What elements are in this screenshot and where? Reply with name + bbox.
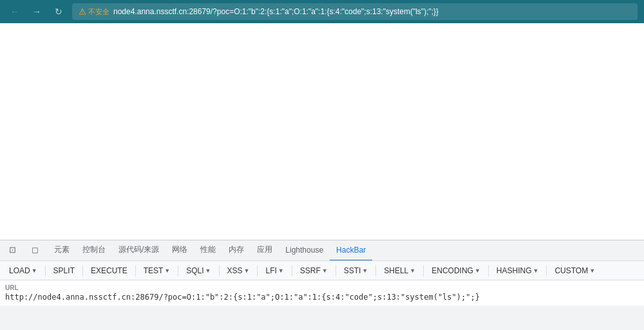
tab-application-label: 应用 bbox=[257, 244, 272, 255]
ssti-button[interactable]: SSTI ▼ bbox=[339, 263, 374, 278]
warning-icon bbox=[79, 8, 86, 15]
address-bar[interactable]: 不安全 node4.anna.nssctf.cn:28679/?poc=O:1:… bbox=[72, 3, 638, 20]
tab-network[interactable]: 网络 bbox=[166, 240, 194, 261]
lfi-arrow: ▼ bbox=[278, 267, 284, 274]
test-label: TEST bbox=[144, 266, 164, 275]
sqli-label: SQLI bbox=[186, 266, 204, 275]
divider-3 bbox=[135, 265, 136, 277]
load-arrow: ▼ bbox=[32, 267, 37, 274]
test-arrow: ▼ bbox=[164, 267, 170, 274]
hashing-label: HASHING bbox=[497, 266, 532, 275]
divider-12 bbox=[546, 265, 547, 277]
tab-memory-label: 内存 bbox=[229, 244, 244, 255]
divider-9 bbox=[375, 265, 376, 277]
divider-2 bbox=[82, 265, 83, 277]
divider-8 bbox=[336, 265, 336, 277]
lfi-label: LFI bbox=[265, 266, 276, 275]
xss-label: XSS bbox=[227, 266, 243, 275]
tab-performance[interactable]: 性能 bbox=[194, 240, 222, 261]
tab-sources-label: 源代码/来源 bbox=[118, 244, 159, 255]
hashing-button[interactable]: HASHING ▼ bbox=[491, 263, 544, 278]
load-button[interactable]: LOAD ▼ bbox=[4, 263, 43, 278]
tab-network-label: 网络 bbox=[172, 244, 187, 255]
back-button[interactable]: ← bbox=[6, 3, 23, 20]
xss-button[interactable]: XSS ▼ bbox=[222, 263, 255, 278]
divider-6 bbox=[257, 265, 258, 277]
inspector-icon1: ⊡ bbox=[9, 245, 16, 255]
test-button[interactable]: TEST ▼ bbox=[138, 263, 176, 278]
tab-hackbar-label: HackBar bbox=[336, 246, 366, 255]
shell-button[interactable]: SHELL ▼ bbox=[379, 263, 421, 278]
custom-button[interactable]: CUSTOM ▼ bbox=[549, 263, 600, 278]
shell-label: SHELL bbox=[384, 266, 408, 275]
tab-elements-label: 元素 bbox=[54, 244, 70, 255]
security-badge: 不安全 bbox=[79, 7, 109, 17]
ssrf-arrow: ▼ bbox=[322, 267, 328, 274]
ssti-arrow: ▼ bbox=[362, 267, 368, 274]
divider-10 bbox=[423, 265, 424, 277]
divider-5 bbox=[219, 265, 220, 277]
inspector-icon2: ◻ bbox=[32, 245, 39, 255]
split-label: SPLIT bbox=[53, 266, 75, 275]
url-input[interactable] bbox=[5, 293, 639, 302]
split-button[interactable]: SPLIT bbox=[48, 263, 80, 278]
hackbar-url-area: URL bbox=[0, 280, 644, 306]
tab-sources[interactable]: 源代码/来源 bbox=[112, 240, 166, 261]
ssrf-button[interactable]: SSRF ▼ bbox=[295, 263, 333, 278]
sqli-button[interactable]: SQLI ▼ bbox=[181, 263, 216, 278]
url-label: URL bbox=[5, 284, 639, 291]
browser-toolbar: ← → ↻ 不安全 node4.anna.nssctf.cn:28679/?po… bbox=[0, 0, 644, 23]
devtools-tabs: ⊡ ◻ 元素 控制台 源代码/来源 网络 性能 内存 应用 Lighthouse bbox=[0, 240, 644, 261]
tab-inspector-icon2[interactable]: ◻ bbox=[25, 240, 48, 261]
encoding-arrow: ▼ bbox=[475, 267, 480, 274]
lfi-button[interactable]: LFI ▼ bbox=[260, 263, 289, 278]
security-label: 不安全 bbox=[88, 7, 109, 17]
divider-11 bbox=[488, 265, 489, 277]
hashing-arrow: ▼ bbox=[533, 267, 539, 274]
execute-label: EXECUTE bbox=[91, 266, 128, 275]
tab-elements[interactable]: 元素 bbox=[48, 240, 76, 261]
url-display: node4.anna.nssctf.cn:28679/?poc=O:1:"b":… bbox=[113, 7, 439, 16]
custom-label: CUSTOM bbox=[554, 266, 588, 275]
tab-performance-label: 性能 bbox=[200, 244, 216, 255]
encoding-label: ENCODING bbox=[431, 266, 473, 275]
tab-lighthouse-label: Lighthouse bbox=[285, 246, 323, 255]
tab-hackbar[interactable]: HackBar bbox=[330, 240, 372, 261]
divider-7 bbox=[292, 265, 292, 277]
sqli-arrow: ▼ bbox=[205, 267, 211, 274]
xss-arrow: ▼ bbox=[244, 267, 250, 274]
tab-inspector-icon1[interactable]: ⊡ bbox=[3, 240, 25, 261]
tab-lighthouse[interactable]: Lighthouse bbox=[279, 240, 330, 261]
tab-application[interactable]: 应用 bbox=[251, 240, 279, 261]
ssrf-label: SSRF bbox=[300, 266, 321, 275]
reload-button[interactable]: ↻ bbox=[50, 3, 67, 20]
shell-arrow: ▼ bbox=[410, 267, 415, 274]
divider-1 bbox=[45, 265, 46, 277]
tab-console[interactable]: 控制台 bbox=[76, 240, 112, 261]
divider-4 bbox=[178, 265, 178, 277]
ssti-label: SSTI bbox=[344, 266, 361, 275]
tab-memory[interactable]: 内存 bbox=[222, 240, 251, 261]
tab-console-label: 控制台 bbox=[82, 244, 106, 255]
execute-button[interactable]: EXECUTE bbox=[86, 263, 133, 278]
forward-button[interactable]: → bbox=[28, 3, 45, 20]
hackbar-toolbar: LOAD ▼ SPLIT EXECUTE TEST ▼ SQLI ▼ XSS ▼… bbox=[0, 261, 644, 280]
load-label: LOAD bbox=[9, 266, 30, 275]
custom-arrow: ▼ bbox=[589, 267, 595, 274]
encoding-button[interactable]: ENCODING ▼ bbox=[426, 263, 486, 278]
devtools-panel: ⊡ ◻ 元素 控制台 源代码/来源 网络 性能 内存 应用 Lighthouse bbox=[0, 240, 644, 330]
